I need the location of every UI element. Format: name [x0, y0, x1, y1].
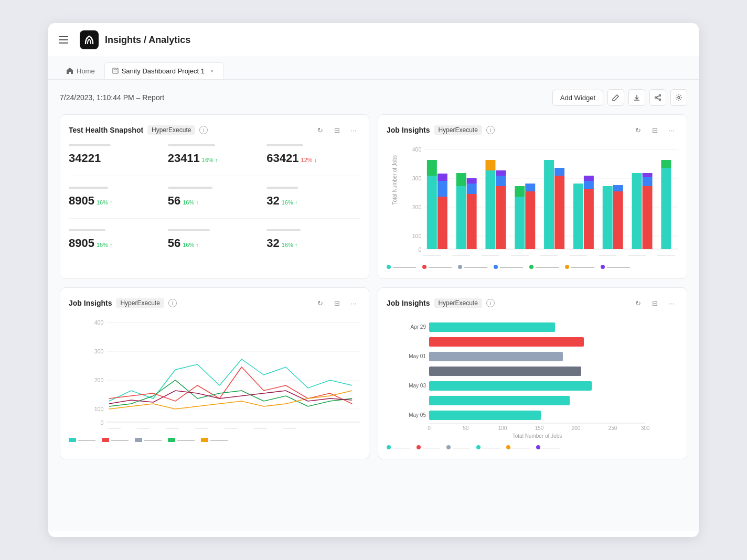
stat-label	[69, 144, 111, 146]
info-icon[interactable]: i	[486, 126, 495, 134]
line-chart-area: 400 300 200 100 0	[90, 317, 360, 433]
legend-item: ————	[494, 264, 523, 270]
widget-actions: ↻ ⊟ ···	[631, 123, 678, 137]
stat-value-2: 23411	[168, 152, 200, 165]
svg-text:200: 200	[572, 425, 581, 431]
more-button[interactable]: ···	[347, 296, 360, 310]
menu-icon[interactable]	[59, 33, 73, 47]
more-button[interactable]: ···	[665, 296, 678, 310]
widget-job-insights-line-badge: HyperExecute	[116, 298, 164, 308]
refresh-button[interactable]: ↻	[631, 123, 645, 137]
svg-line-6	[657, 96, 659, 97]
svg-rect-23	[437, 181, 447, 197]
stat-item: 56 16% ↑	[168, 229, 262, 250]
stat-label	[168, 229, 210, 231]
refresh-button[interactable]: ↻	[313, 123, 327, 137]
svg-rect-24	[437, 174, 447, 181]
svg-text:May 03: May 03	[409, 383, 426, 389]
info-icon[interactable]: i	[168, 299, 177, 307]
more-button[interactable]: ···	[665, 123, 678, 137]
y-axis-label: Total Number of Jobs	[392, 155, 398, 205]
stat-change-9: 16% ↑	[282, 242, 298, 248]
legend-item: ———	[201, 437, 228, 443]
info-icon[interactable]: i	[199, 126, 208, 134]
widget-job-insights-bar: Job Insights HyperExecute i ↻ ⊟ ··· Tota…	[378, 114, 687, 279]
svg-rect-90	[429, 381, 592, 391]
more-button[interactable]: ···	[347, 123, 360, 137]
tab-close-button[interactable]: ×	[208, 67, 216, 75]
svg-text:————: ————	[599, 253, 616, 257]
tab-home[interactable]: Home	[59, 63, 102, 79]
filter-button[interactable]: ⊟	[330, 123, 344, 137]
stat-change-8: 16% ↑	[183, 242, 199, 248]
stat-label	[168, 187, 212, 189]
svg-text:300: 300	[94, 349, 104, 354]
svg-rect-42	[573, 184, 583, 249]
filter-button[interactable]: ⊟	[648, 123, 661, 137]
widget-actions: ↻ ⊟ ···	[313, 296, 360, 310]
share-button[interactable]	[649, 89, 666, 106]
stat-label	[266, 187, 298, 189]
svg-rect-19	[427, 176, 437, 249]
svg-rect-27	[467, 194, 477, 249]
filter-button[interactable]: ⊟	[648, 296, 661, 310]
svg-rect-31	[485, 160, 495, 170]
edit-button[interactable]	[607, 89, 624, 106]
widget-job-insights-line-title: Job Insights	[69, 299, 112, 307]
svg-rect-44	[584, 181, 594, 189]
legend-item: ————	[422, 264, 452, 270]
svg-rect-29	[467, 178, 477, 184]
svg-point-3	[659, 95, 661, 96]
app-header: Insights / Analytics	[48, 23, 699, 57]
stat-label	[266, 229, 301, 231]
svg-rect-38	[525, 184, 535, 191]
svg-rect-36	[515, 186, 525, 197]
widget-title-group: Job Insights HyperExecute i	[69, 298, 177, 308]
widget-job-insights-bar-title: Job Insights	[387, 126, 430, 134]
widget-title-group: Job Insights HyperExecute i	[387, 125, 495, 135]
stat-value-6: 32	[266, 194, 279, 208]
download-button[interactable]	[628, 89, 645, 106]
stat-item: 56 16% ↑	[168, 187, 262, 208]
legend-item: ———	[446, 444, 470, 450]
svg-rect-28	[467, 184, 477, 194]
main-content: 7/24/2023, 1:10:44 PM – Report Add Widge…	[48, 80, 699, 531]
tab-home-label: Home	[77, 67, 95, 75]
toolbar-actions: Add Widget	[552, 89, 687, 106]
svg-rect-54	[661, 160, 671, 168]
svg-rect-35	[515, 197, 525, 249]
svg-rect-45	[584, 176, 594, 181]
svg-point-8	[678, 96, 680, 99]
widget-job-insights-bar-badge: HyperExecute	[434, 125, 482, 135]
svg-rect-32	[496, 186, 506, 249]
svg-text:200: 200	[94, 378, 104, 383]
svg-text:400: 400	[94, 320, 104, 326]
svg-text:Total Number of Jobs: Total Number of Jobs	[513, 433, 562, 438]
legend-item: ———	[506, 444, 530, 450]
stat-change-5: 16% ↑	[183, 199, 199, 206]
stat-item: 8905 16% ↑	[69, 187, 163, 208]
stat-label	[69, 187, 108, 189]
bar-chart-svg: 400 300 200 100 0	[408, 144, 678, 260]
svg-text:———: ———	[225, 426, 238, 430]
svg-text:———: ———	[166, 426, 179, 430]
hbar-chart-container: Apr 29 May 01 May 03 May 05	[387, 317, 678, 440]
widget-actions: ↻ ⊟ ···	[631, 296, 678, 310]
widget-job-insights-hbar-badge: HyperExecute	[434, 298, 482, 308]
settings-button[interactable]	[670, 89, 687, 106]
svg-rect-52	[643, 173, 653, 177]
svg-text:———: ———	[283, 426, 297, 430]
svg-rect-91	[429, 396, 570, 405]
filter-button[interactable]: ⊟	[330, 296, 344, 310]
add-widget-button[interactable]: Add Widget	[552, 90, 603, 106]
svg-rect-30	[485, 170, 495, 249]
bar-chart-area: 400 300 200 100 0	[408, 144, 678, 260]
svg-text:———: ———	[195, 426, 209, 430]
svg-text:Apr 29: Apr 29	[411, 324, 426, 330]
refresh-button[interactable]: ↻	[631, 296, 645, 310]
refresh-button[interactable]: ↻	[313, 296, 327, 310]
tab-sanity[interactable]: Sanity Dashboard Project 1 ×	[104, 62, 224, 79]
stat-value-1: 34221	[69, 152, 101, 165]
header-title: Insights / Analytics	[105, 35, 190, 46]
info-icon[interactable]: i	[486, 299, 495, 307]
